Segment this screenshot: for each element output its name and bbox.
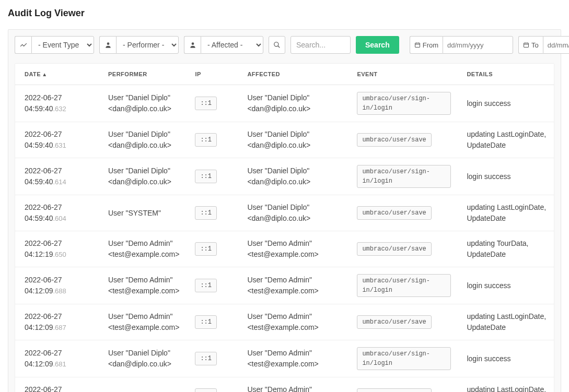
col-date[interactable]: DATE▲ bbox=[15, 64, 99, 85]
cell-ip: ::1 bbox=[185, 158, 238, 195]
svg-point-1 bbox=[191, 42, 194, 45]
cell-details: login success bbox=[457, 158, 554, 195]
cell-event: umbraco/user/sign-in/login bbox=[347, 340, 457, 377]
cell-affected: User "Demo Admin" <test@example.com> bbox=[238, 267, 347, 304]
cell-details: updating LastLoginDate, UpdateDate bbox=[457, 304, 554, 340]
svg-line-3 bbox=[278, 46, 280, 48]
cell-event: umbraco/user/sign-in/login bbox=[347, 85, 457, 122]
svg-rect-4 bbox=[415, 43, 420, 47]
table-row: 2022-06-27 04:12:19.650User "Demo Admin"… bbox=[15, 231, 554, 267]
to-label: To bbox=[518, 36, 543, 54]
event-type-icon bbox=[15, 36, 31, 54]
cell-affected: User "Demo Admin" <test@example.com> bbox=[238, 231, 347, 267]
col-affected[interactable]: AFFECTED bbox=[238, 64, 347, 85]
cell-ip: ::1 bbox=[185, 377, 238, 393]
cell-event: umbraco/user/save bbox=[347, 122, 457, 158]
cell-ip: ::1 bbox=[185, 195, 238, 231]
cell-event: umbraco/user/save bbox=[347, 231, 457, 267]
svg-rect-8 bbox=[524, 43, 529, 47]
col-ip[interactable]: IP bbox=[185, 64, 238, 85]
cell-details: login success bbox=[457, 340, 554, 377]
cell-affected: User "Demo Admin" <test@example.com> bbox=[238, 304, 347, 340]
cell-affected: User "Daniel Diplo" <dan@diplo.co.uk> bbox=[238, 85, 347, 122]
cell-details: updating TourData, UpdateDate bbox=[457, 231, 554, 267]
col-performer[interactable]: PERFORMER bbox=[99, 64, 185, 85]
cell-affected: User "Daniel Diplo" <dan@diplo.co.uk> bbox=[238, 158, 347, 195]
cell-date: 2022-06-27 04:12:09.687 bbox=[15, 304, 99, 340]
cell-performer: User "SYSTEM" bbox=[99, 195, 185, 231]
cell-ip: ::1 bbox=[185, 267, 238, 304]
search-input[interactable] bbox=[291, 36, 351, 54]
log-table: DATE▲ PERFORMER IP AFFECTED EVENT DETAIL… bbox=[15, 64, 554, 392]
cell-event: umbraco/user/save bbox=[347, 377, 457, 393]
cell-affected: User "Demo Admin" <test@example.com> bbox=[238, 340, 347, 377]
table-row: 2022-06-27 04:59:40.631User "Daniel Dipl… bbox=[15, 122, 554, 158]
cell-date: 2022-06-27 04:12:19.650 bbox=[15, 231, 99, 267]
cell-details: updating LastLoginDate, UpdateDate bbox=[457, 377, 554, 393]
to-date-input[interactable] bbox=[543, 36, 569, 54]
cell-performer: User "Daniel Diplo" <dan@diplo.co.uk> bbox=[99, 122, 185, 158]
svg-point-2 bbox=[274, 42, 278, 46]
cell-performer: User "Demo Admin" <test@example.com> bbox=[99, 231, 185, 267]
cell-details: login success bbox=[457, 267, 554, 304]
calendar-icon bbox=[523, 42, 529, 48]
cell-event: umbraco/user/save bbox=[347, 195, 457, 231]
cell-performer: User "Demo Admin" <test@example.com> bbox=[99, 267, 185, 304]
cell-date: 2022-06-27 04:59:40.614 bbox=[15, 158, 99, 195]
cell-ip: ::1 bbox=[185, 340, 238, 377]
table-row: 2022-06-27 04:59:40.614User "Daniel Dipl… bbox=[15, 158, 554, 195]
cell-event: umbraco/user/sign-in/login bbox=[347, 267, 457, 304]
cell-date: 2022-06-27 04:12:09.681 bbox=[15, 340, 99, 377]
event-type-select[interactable]: - Event Type - bbox=[31, 36, 94, 54]
cell-details: login success bbox=[457, 85, 554, 122]
table-row: 2022-06-27 04:12:09.681User "Daniel Dipl… bbox=[15, 340, 554, 377]
search-icon bbox=[269, 36, 285, 54]
cell-affected: User "Daniel Diplo" <dan@diplo.co.uk> bbox=[238, 122, 347, 158]
cell-date: 2022-06-27 04:59:40.632 bbox=[15, 85, 99, 122]
cell-performer: User "Daniel Diplo" <dan@diplo.co.uk> bbox=[99, 340, 185, 377]
table-row: 2022-06-27 04:12:09.679User "SYSTEM"::1U… bbox=[15, 377, 554, 393]
col-details[interactable]: DETAILS bbox=[457, 64, 554, 85]
cell-ip: ::1 bbox=[185, 122, 238, 158]
cell-event: umbraco/user/save bbox=[347, 304, 457, 340]
performer-select[interactable]: - Performer - bbox=[116, 36, 179, 54]
cell-date: 2022-06-27 04:59:40.604 bbox=[15, 195, 99, 231]
from-date-input[interactable] bbox=[443, 36, 513, 54]
cell-details: updating LastLoginDate, UpdateDate bbox=[457, 122, 554, 158]
from-label: From bbox=[410, 36, 443, 54]
calendar-icon bbox=[414, 42, 421, 48]
cell-date: 2022-06-27 04:12:09.679 bbox=[15, 377, 99, 393]
cell-performer: User "Demo Admin" <test@example.com> bbox=[99, 304, 185, 340]
sort-asc-icon: ▲ bbox=[42, 72, 47, 77]
cell-affected: User "Daniel Diplo" <dan@diplo.co.uk> bbox=[238, 195, 347, 231]
cell-performer: User "Daniel Diplo" <dan@diplo.co.uk> bbox=[99, 158, 185, 195]
cell-performer: User "SYSTEM" bbox=[99, 377, 185, 393]
cell-details: updating LastLoginDate, UpdateDate bbox=[457, 195, 554, 231]
cell-affected: User "Demo Admin" <test@example.com> bbox=[238, 377, 347, 393]
affected-icon bbox=[184, 36, 201, 54]
cell-performer: User "Daniel Diplo" <dan@diplo.co.uk> bbox=[99, 85, 185, 122]
svg-point-0 bbox=[107, 42, 109, 45]
affected-select[interactable]: - Affected - bbox=[201, 36, 263, 54]
cell-event: umbraco/user/sign-in/login bbox=[347, 158, 457, 195]
cell-date: 2022-06-27 04:12:09.688 bbox=[15, 267, 99, 304]
filter-bar: - Event Type - - Performer - - Affected … bbox=[15, 36, 554, 54]
performer-icon bbox=[99, 36, 116, 54]
search-button[interactable]: Search bbox=[356, 36, 399, 54]
table-row: 2022-06-27 04:12:09.687User "Demo Admin"… bbox=[15, 304, 554, 340]
cell-date: 2022-06-27 04:59:40.631 bbox=[15, 122, 99, 158]
table-row: 2022-06-27 04:59:40.604User "SYSTEM"::1U… bbox=[15, 195, 554, 231]
table-row: 2022-06-27 04:12:09.688User "Demo Admin"… bbox=[15, 267, 554, 304]
page-title: Audit Log Viewer bbox=[8, 8, 561, 19]
cell-ip: ::1 bbox=[185, 85, 238, 122]
cell-ip: ::1 bbox=[185, 304, 238, 340]
cell-ip: ::1 bbox=[185, 231, 238, 267]
col-event[interactable]: EVENT bbox=[347, 64, 457, 85]
table-row: 2022-06-27 04:59:40.632User "Daniel Dipl… bbox=[15, 85, 554, 122]
